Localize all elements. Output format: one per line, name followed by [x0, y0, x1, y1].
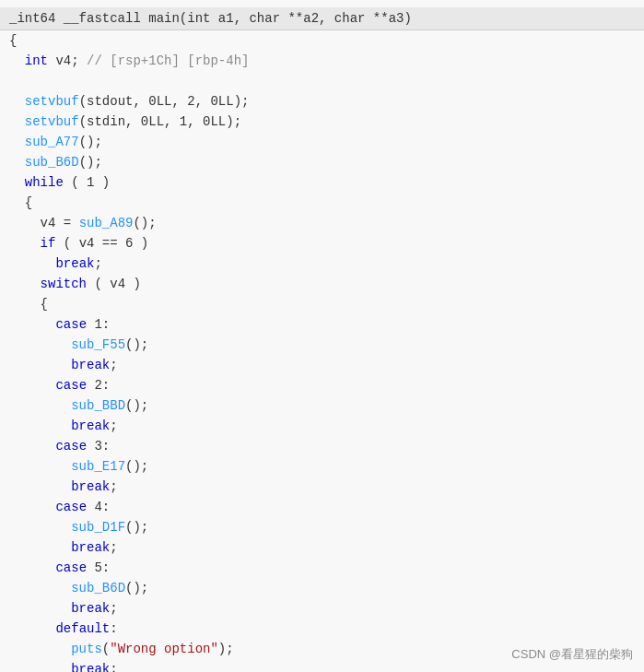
code-line: { — [0, 193, 644, 213]
code-line: while ( 1 ) — [0, 172, 644, 193]
code-line: break; — [0, 537, 644, 558]
code-line: sub_A77(); — [0, 132, 644, 152]
function-signature: _int64 __fastcall main(int a1, char **a2… — [0, 7, 644, 30]
code-line — [0, 71, 644, 91]
code-line: break; — [0, 253, 644, 274]
code-line: sub_F55(); — [0, 335, 644, 355]
code-line: v4 = sub_A89(); — [0, 213, 644, 233]
code-line: break; — [0, 355, 644, 375]
code-line: break; — [0, 416, 644, 436]
code-line: sub_E17(); — [0, 456, 644, 477]
code-line: setvbuf(stdin, 0LL, 1, 0LL); — [0, 112, 644, 132]
code-line: default: — [0, 619, 644, 639]
code-line: setvbuf(stdout, 0LL, 2, 0LL); — [0, 91, 644, 112]
code-line: sub_BBD(); — [0, 395, 644, 416]
code-line: sub_B6D(); — [0, 152, 644, 172]
code-line: case 5: — [0, 558, 644, 578]
code-line: { — [0, 294, 644, 314]
code-line: break; — [0, 477, 644, 497]
code-line: if ( v4 == 6 ) — [0, 233, 644, 253]
code-line: switch ( v4 ) — [0, 274, 644, 294]
code-line: case 2: — [0, 375, 644, 395]
code-line: int v4; // [rsp+1Ch] [rbp-4h] — [0, 51, 644, 71]
code-container: _int64 __fastcall main(int a1, char **a2… — [0, 0, 644, 672]
code-line: break; — [0, 598, 644, 619]
code-line: case 1: — [0, 314, 644, 335]
code-line: sub_B6D(); — [0, 578, 644, 598]
code-line: sub_D1F(); — [0, 517, 644, 537]
code-line: case 4: — [0, 497, 644, 517]
watermark: CSDN @看星猩的柴狗 — [511, 646, 633, 663]
code-line: { — [0, 30, 644, 51]
code-line: case 3: — [0, 436, 644, 456]
